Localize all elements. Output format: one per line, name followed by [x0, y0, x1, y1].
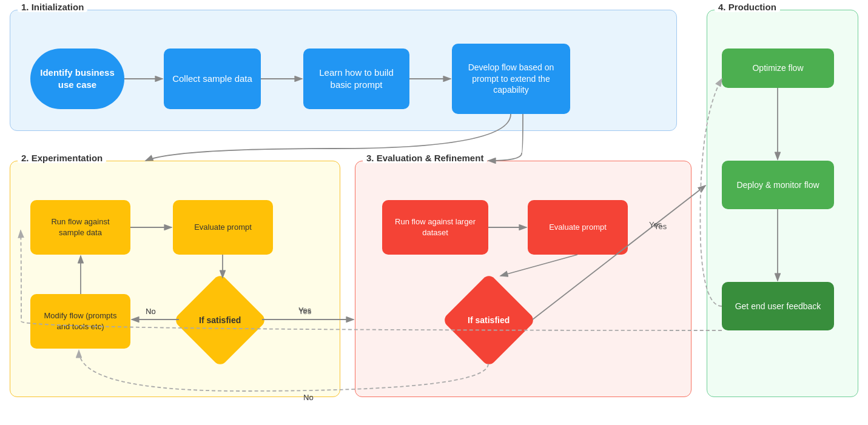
section-init-label: 1. Initialization [18, 2, 87, 12]
node-identify: Identify business use case [30, 49, 124, 109]
diamond-if-satisfied-exp: If satisfied [179, 279, 261, 361]
node-run-sample: Run flow against sample data [30, 200, 130, 255]
section-exp-label: 2. Experimentation [18, 153, 106, 163]
node-deploy: Deploy & monitor flow [722, 161, 834, 209]
diamond-if-satisfied-eval: If satisfied [445, 276, 533, 364]
node-evaluate-eval: Evaluate prompt [528, 200, 628, 255]
node-feedback: Get end user feedback [722, 282, 834, 330]
node-modify: Modify flow (prompts and tools etc) [30, 294, 130, 349]
node-optimize: Optimize flow [722, 49, 834, 88]
section-experimentation: 2. Experimentation [10, 161, 340, 397]
section-eval-label: 3. Evaluation & Refinement [363, 153, 487, 163]
diagram-container: 1. Initialization 2. Experimentation 3. … [0, 0, 868, 425]
node-run-larger: Run flow against larger dataset [382, 200, 488, 255]
node-collect: Collect sample data [164, 49, 261, 109]
node-evaluate-exp: Evaluate prompt [173, 200, 273, 255]
section-prod-label: 4. Production [715, 2, 780, 12]
node-develop: Develop flow based on prompt to extend t… [452, 44, 570, 114]
node-learn: Learn how to build basic prompt [303, 49, 409, 109]
